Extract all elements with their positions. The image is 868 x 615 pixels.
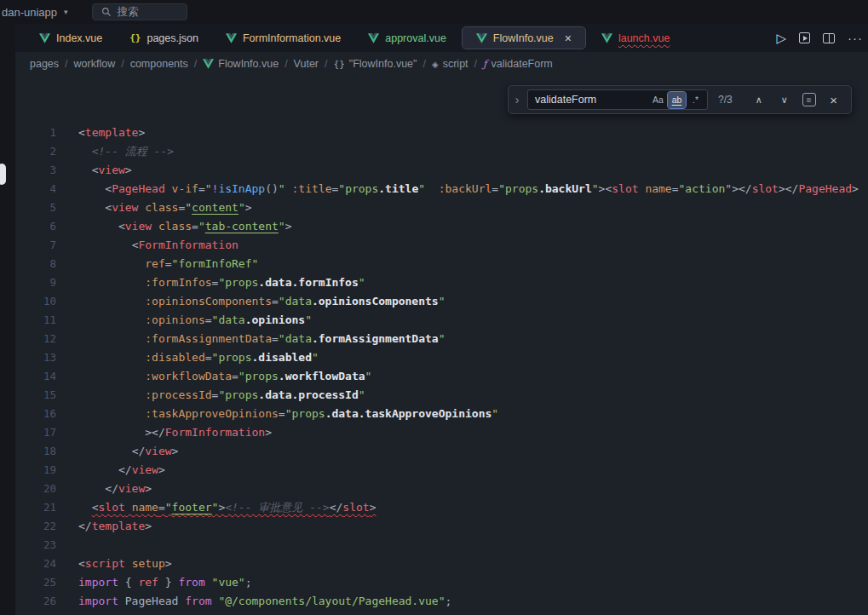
previous-match-button[interactable]: ∧	[751, 92, 767, 107]
code-line[interactable]: 11 :opinions="data.opinions"	[15, 311, 868, 330]
breadcrumb-item[interactable]: workflow	[74, 58, 116, 70]
code-line[interactable]: 7 <FormInformation	[15, 236, 868, 255]
code-token: :taskApproveOpinions	[145, 407, 279, 420]
match-case-button[interactable]: Aa	[649, 92, 667, 108]
code-token: <	[105, 201, 112, 214]
code-line[interactable]: 5 <view class="content">	[15, 198, 868, 217]
code-line[interactable]: 20 </view>	[15, 480, 868, 498]
line-number[interactable]: 24	[15, 555, 56, 573]
code-line[interactable]: 26import PageHead from "@/components/lay…	[15, 592, 868, 611]
code-token: FormInformation	[165, 426, 265, 439]
breadcrumb-item[interactable]: pages	[30, 58, 59, 70]
line-number[interactable]: 4	[15, 180, 56, 198]
line-number[interactable]: 6	[15, 217, 56, 236]
breadcrumb-item[interactable]: Vuter	[294, 58, 319, 70]
code-line[interactable]: 16 :taskApproveOpinions="props.data.task…	[15, 405, 868, 423]
code-line[interactable]: 2 <!-- 流程 -->	[15, 142, 868, 161]
tab-approval.vue[interactable]: approval.vue	[354, 24, 460, 52]
code-token: "	[418, 182, 425, 195]
line-number[interactable]: 21	[15, 498, 56, 517]
preview-icon[interactable]	[799, 32, 810, 43]
line-number[interactable]: 17	[15, 423, 56, 442]
toggle-replace-icon[interactable]: ›	[512, 93, 522, 106]
line-number[interactable]: 10	[15, 292, 56, 311]
regex-button[interactable]: .*	[687, 92, 704, 108]
breadcrumb-item[interactable]: components	[130, 58, 188, 70]
code-line[interactable]: 25import { ref } from "vue";	[15, 573, 868, 592]
code-line[interactable]: 8 ref="formInfoRef"	[15, 255, 868, 273]
code-line[interactable]: 22</template>	[15, 517, 868, 536]
code-line-text: <FormInformation	[78, 236, 239, 255]
code-line[interactable]: 10 :opinionsComponents="data.opinionsCom…	[15, 292, 868, 311]
line-number[interactable]: 18	[15, 442, 56, 461]
code-token: "	[198, 220, 205, 233]
code-token: "	[165, 501, 172, 514]
code-token	[78, 276, 145, 289]
line-number[interactable]: 12	[15, 330, 56, 348]
tab-Index.vue[interactable]: Index.vue	[26, 24, 116, 52]
code-token: footer	[172, 501, 212, 514]
code-line[interactable]: 4 <PageHead v-if="!isInApp()" :title="pr…	[15, 180, 868, 198]
code-token	[78, 351, 145, 364]
line-number[interactable]: 7	[15, 236, 56, 255]
line-number[interactable]: 25	[15, 573, 56, 592]
line-number[interactable]: 3	[15, 161, 56, 180]
line-number[interactable]: 11	[15, 311, 56, 330]
breadcrumb-item[interactable]: ƒvalidateForm	[483, 58, 553, 70]
breadcrumb-item[interactable]: ◈script	[432, 58, 468, 70]
code-token: :opinionsComponents	[145, 295, 272, 308]
tab-launch.vue[interactable]: launch.vue	[588, 24, 683, 52]
line-number[interactable]: 14	[15, 367, 56, 386]
line-number[interactable]: 23	[15, 536, 56, 555]
line-number[interactable]: 16	[15, 405, 56, 423]
line-number[interactable]: 19	[15, 461, 56, 480]
code-line[interactable]: 21 <slot name="footer"><!-- 审批意见 --></sl…	[15, 498, 868, 517]
code-line[interactable]: 24<script setup>	[15, 555, 868, 573]
code-line[interactable]: 13 :disabled="props.disabled"	[15, 348, 868, 367]
line-number[interactable]: 9	[15, 273, 56, 292]
line-number[interactable]: 2	[15, 142, 56, 161]
code-line[interactable]: 12 :formAssignmentData="data.formAssignm…	[15, 330, 868, 348]
code-token: </	[78, 520, 92, 532]
line-number[interactable]: 20	[15, 480, 56, 498]
run-icon[interactable]: ▷	[776, 31, 786, 46]
code-line-text: </view>	[78, 480, 152, 498]
line-number[interactable]: 22	[15, 517, 56, 536]
code-line[interactable]: 6 <view class="tab-content">	[15, 217, 868, 236]
code-line[interactable]: 9 :formInfos="props.data.formInfos"	[15, 273, 868, 292]
workspace-name[interactable]: dan-uniapp	[2, 6, 57, 19]
breadcrumb-item[interactable]: FlowInfo.vue	[203, 58, 279, 70]
tab-FormInformation.vue[interactable]: FormInformation.vue	[212, 24, 354, 52]
code-token: props	[291, 407, 325, 420]
code-token: <!-- 流程 -->	[92, 145, 174, 158]
close-find-button[interactable]: ×	[826, 92, 842, 107]
code-line[interactable]: 14 :workflowData="props.workflowData"	[15, 367, 868, 386]
find-input[interactable]: validateForm Aa ab .*	[527, 89, 708, 110]
code-line[interactable]: 23	[15, 536, 868, 555]
more-actions-icon[interactable]: ···	[848, 31, 863, 45]
code-line[interactable]: 15 :processId="props.data.processId"	[15, 386, 868, 405]
line-number[interactable]: 8	[15, 255, 56, 273]
code-token: tab-content	[205, 220, 279, 233]
line-number[interactable]: 13	[15, 348, 56, 367]
command-center-search[interactable]: 搜索	[92, 3, 187, 20]
next-match-button[interactable]: ∨	[777, 92, 792, 107]
breadcrumb-item[interactable]: {}"FlowInfo.vue"	[334, 58, 417, 70]
code-line[interactable]: 17 ></FormInformation>	[15, 423, 868, 442]
code-line-text: import { ref } from "vue";	[78, 573, 252, 592]
find-in-selection-button[interactable]: ≡	[802, 93, 816, 106]
split-editor-icon[interactable]	[823, 33, 835, 43]
tab-pages.json[interactable]: {}pages.json	[116, 24, 212, 52]
close-tab-icon[interactable]: ×	[565, 32, 572, 44]
editor[interactable]: 1<template>2 <!-- 流程 -->3 <view>4 <PageH…	[15, 76, 868, 615]
line-number[interactable]: 5	[15, 198, 56, 217]
code-line[interactable]: 1<template>	[15, 124, 868, 142]
code-line[interactable]: 3 <view>	[15, 161, 868, 180]
line-number[interactable]: 15	[15, 386, 56, 405]
code-line[interactable]: 19 </view>	[15, 461, 868, 480]
whole-word-button[interactable]: ab	[668, 92, 686, 108]
code-line[interactable]: 18 </view>	[15, 442, 868, 461]
tab-FlowInfo.vue[interactable]: FlowInfo.vue×	[462, 26, 586, 49]
line-number[interactable]: 1	[15, 124, 56, 142]
line-number[interactable]: 26	[15, 592, 56, 611]
